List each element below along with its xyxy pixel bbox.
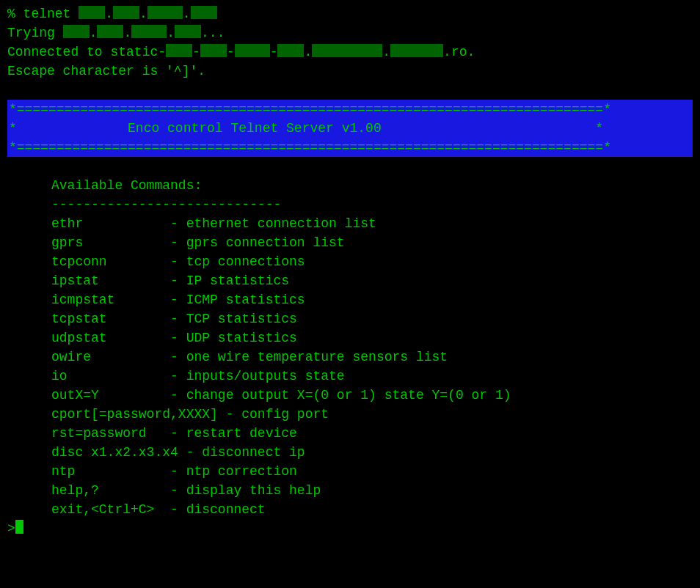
command-desc: - display this help (170, 483, 321, 498)
redacted-octet (63, 25, 90, 38)
command-row: io - inputs/outputs state (7, 367, 693, 386)
command-row: gprs - gprs connection list (7, 233, 693, 252)
available-commands-underline: ----------------------------- (7, 195, 693, 214)
command-row: icmpstat - ICMP statistics (7, 290, 693, 309)
command-row: ethr - ethernet connection list (7, 214, 693, 233)
command-row: outX=Y - change output X=(0 or 1) state … (7, 386, 693, 405)
command-desc: - disconnect ip (186, 445, 305, 460)
redacted-host (277, 44, 304, 57)
command-name: cport[=password,XXXX] (51, 407, 226, 422)
command-name: disc x1.x2.x3.x4 (51, 445, 186, 460)
commands-list: ethr - ethernet connection listgprs - gp… (7, 214, 693, 519)
command-name: help,? (51, 483, 170, 498)
command-desc: - ethernet connection list (170, 216, 376, 231)
commands-section: Available Commands: --------------------… (7, 176, 693, 519)
redacted-octet (79, 6, 105, 19)
banner-title: * Enco control Telnet Server v1.00 * (7, 119, 693, 138)
command-desc: - tcp connections (170, 254, 305, 269)
redacted-host (166, 44, 192, 57)
command-name: owire (51, 350, 170, 364)
telnet-banner: *=======================================… (7, 100, 693, 157)
command-desc: - IP statistics (170, 273, 289, 288)
command-desc: - gprs connection list (170, 235, 345, 250)
command-row: tcpstat - TCP statistics (7, 309, 693, 328)
command-desc: - UDP statistics (170, 331, 297, 345)
command-name: tcpconn (51, 254, 170, 269)
command-desc: - restart device (170, 426, 297, 441)
command-desc: - disconnect (170, 502, 266, 517)
command-row: udpstat - UDP statistics (7, 328, 693, 348)
command-desc: - TCP statistics (170, 312, 297, 326)
command-row: exit,<Ctrl+C> - disconnect (7, 500, 693, 519)
command-desc: - inputs/outputs state (170, 369, 345, 383)
command-row: owire - one wire temperature sensors lis… (7, 348, 693, 367)
redacted-host (235, 44, 270, 57)
command-desc: - change output X=(0 or 1) state Y=(0 or… (170, 388, 511, 403)
banner-border-bottom: *=======================================… (7, 138, 693, 157)
command-desc: - ntp correction (170, 464, 297, 479)
redacted-octet (175, 25, 201, 38)
command-name: icmpstat (51, 293, 170, 307)
command-desc: - one wire temperature sensors list (170, 350, 448, 364)
redacted-host (390, 44, 443, 57)
shell-escape-line: Escape character is '^]'. (7, 62, 693, 81)
command-name: gprs (51, 235, 170, 250)
command-name: tcpstat (51, 312, 170, 326)
shell-connected-line: Connected to static----...ro. (7, 43, 693, 62)
command-name: ntp (51, 464, 170, 479)
banner-border-top: *=======================================… (7, 100, 693, 119)
command-desc: - ICMP statistics (170, 293, 305, 307)
telnet-prompt[interactable]: > (7, 519, 693, 538)
command-desc: - config port (226, 407, 329, 422)
command-name: udpstat (51, 331, 170, 345)
command-name: exit,<Ctrl+C> (51, 502, 170, 517)
command-name: rst=password (51, 426, 170, 441)
shell-trying-line: Trying ...... (7, 23, 693, 43)
command-name: ethr (51, 216, 170, 231)
command-row: ntp - ntp correction (7, 462, 693, 481)
prompt-text: % telnet (7, 7, 79, 21)
cursor-icon (15, 520, 23, 534)
command-name: ipstat (51, 273, 170, 288)
command-name: outX=Y (51, 388, 170, 403)
command-row: cport[=password,XXXX] - config port (7, 405, 693, 424)
redacted-octet (191, 6, 217, 19)
command-row: rst=password - restart device (7, 424, 693, 443)
shell-telnet-line: % telnet ... (7, 4, 693, 23)
redacted-octet (97, 25, 123, 38)
command-row: tcpconn - tcp connections (7, 252, 693, 271)
command-name: io (51, 369, 170, 383)
command-row: disc x1.x2.x3.x4 - disconnect ip (7, 443, 693, 462)
redacted-octet (147, 6, 183, 19)
redacted-host (200, 44, 227, 57)
redacted-octet (131, 25, 167, 38)
available-commands-header: Available Commands: (7, 176, 693, 195)
command-row: help,? - display this help (7, 481, 693, 500)
redacted-octet (113, 6, 139, 19)
command-row: ipstat - IP statistics (7, 271, 693, 290)
redacted-host (312, 44, 382, 57)
